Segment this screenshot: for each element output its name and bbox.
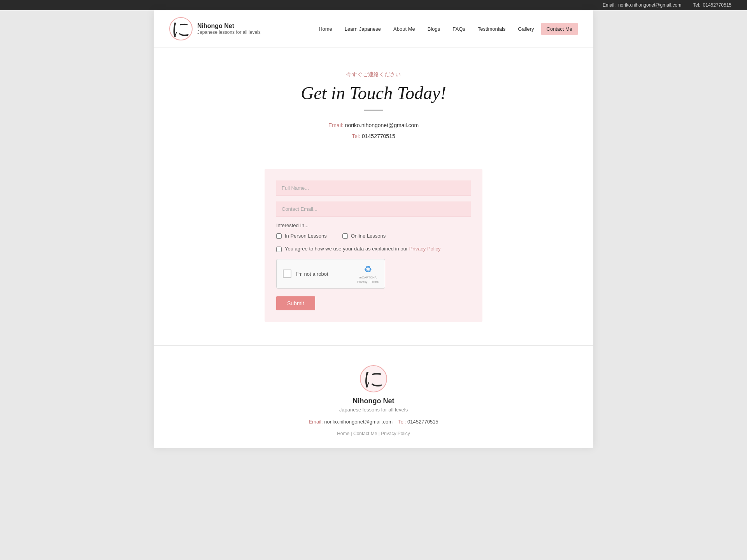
nav-contact-me[interactable]: Contact Me [541,23,578,35]
contact-email-line: Email: noriko.nihongonet@gmail.com [169,120,578,131]
footer-logo-icon: に [360,365,387,392]
topbar-tel: Tel: 01452770515 [693,2,731,8]
interested-label: Interested In... [276,222,471,228]
interest-checkboxes: In Person Lessons Online Lessons [276,233,471,239]
nav-testimonials[interactable]: Testimonials [472,23,511,35]
privacy-row: You agree to how we use your data as exp… [276,246,471,252]
privacy-checkbox[interactable] [276,247,282,252]
in-person-label: In Person Lessons [285,233,327,239]
privacy-text: You agree to how we use your data as exp… [285,246,441,252]
nav-blogs[interactable]: Blogs [422,23,446,35]
hero-title: Get in Touch Today! [169,83,578,103]
nav-about-me[interactable]: About Me [388,23,421,35]
site-name: Nihongo Net [197,23,261,30]
contact-form-section: Interested In... In Person Lessons Onlin… [265,169,482,322]
contact-info: Email: noriko.nihongonet@gmail.com Tel: … [169,120,578,142]
recaptcha-sub: Privacy - Terms [357,280,379,284]
recaptcha-right: ♻ reCAPTCHA Privacy - Terms [357,264,379,284]
main-nav: Home Learn Japanese About Me Blogs FAQs … [313,23,578,35]
email-input[interactable] [276,201,471,217]
hero-divider [364,110,383,110]
full-name-input[interactable] [276,180,471,196]
nav-home[interactable]: Home [313,23,338,35]
site-header: に Nihongo Net Japanese lessons for all l… [154,10,593,48]
recaptcha-brand: reCAPTCHA [359,276,377,279]
japanese-subtitle: 今すぐご連絡ください [169,71,578,78]
in-person-checkbox-label[interactable]: In Person Lessons [276,233,327,239]
footer-contact: Email: noriko.nihongonet@gmail.com Tel: … [169,419,578,425]
footer-site-tagline: Japanese lessons for all levels [169,407,578,413]
page-wrapper: に Nihongo Net Japanese lessons for all l… [154,10,593,448]
online-label: Online Lessons [351,233,386,239]
footer-site-name: Nihongo Net [169,397,578,405]
recaptcha-label: I'm not a robot [296,271,328,277]
privacy-policy-link[interactable]: Privacy Policy [409,246,441,252]
nav-faqs[interactable]: FAQs [447,23,471,35]
in-person-checkbox[interactable] [276,233,282,239]
nav-learn-japanese[interactable]: Learn Japanese [339,23,386,35]
online-checkbox[interactable] [342,233,348,239]
site-footer: に Nihongo Net Japanese lessons for all l… [154,345,593,448]
recaptcha-checkbox[interactable] [283,270,291,278]
recaptcha-logo-icon: ♻ [364,264,372,275]
top-bar: Email: noriko.nihongonet@gmail.com Tel: … [0,0,747,10]
logo-icon: に [169,17,193,40]
logo-area: に Nihongo Net Japanese lessons for all l… [169,17,261,40]
submit-button[interactable]: Submit [276,296,315,310]
topbar-email: Email: noriko.nihongonet@gmail.com [603,2,681,8]
site-tagline: Japanese lessons for all levels [197,30,261,35]
footer-nav-links: Home | Contact Me | Privacy Policy [169,431,578,436]
recaptcha-widget[interactable]: I'm not a robot ♻ reCAPTCHA Privacy - Te… [276,259,385,289]
online-checkbox-label[interactable]: Online Lessons [342,233,386,239]
logo-text-block: Nihongo Net Japanese lessons for all lev… [197,23,261,35]
hero-section: 今すぐご連絡ください Get in Touch Today! Email: no… [154,48,593,157]
contact-tel-line: Tel: 01452770515 [169,131,578,142]
recaptcha-left: I'm not a robot [283,270,328,278]
nav-gallery[interactable]: Gallery [512,23,539,35]
